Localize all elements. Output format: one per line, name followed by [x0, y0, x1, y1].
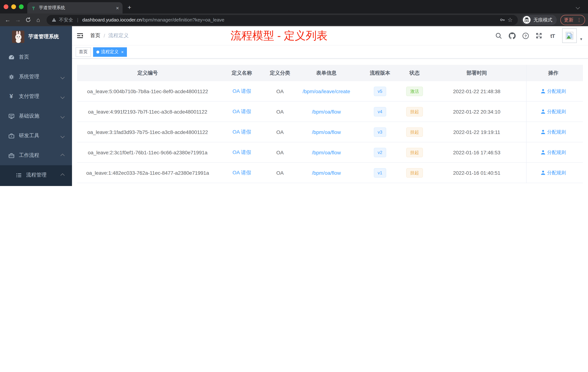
sidebar-item-devtools[interactable]: 研发工具 — [0, 126, 72, 146]
bookmark-star-icon[interactable]: ☆ — [507, 16, 513, 23]
table-row: oa_leave:5:004b710b-7b8a-11ec-8ef0-acde4… — [77, 81, 583, 101]
definition-id: oa_leave:3:1fad3d93-7b75-11ec-a3c8-acde4… — [77, 129, 218, 135]
tab-close-icon[interactable]: × — [116, 5, 119, 10]
url-text[interactable]: dashboard.yudao.iocoder.cn/bpm/manager/d… — [82, 17, 224, 22]
column-header: 状态 — [402, 70, 427, 76]
font-size-icon[interactable]: tT — [549, 32, 556, 39]
browser-tab[interactable]: 芋道管理系统 × — [27, 2, 123, 13]
address-bar[interactable]: 不安全 | dashboard.yudao.iocoder.cn/bpm/man… — [47, 15, 518, 25]
tab-search-caret-icon[interactable] — [576, 4, 580, 7]
favicon-plant-icon — [31, 5, 36, 10]
chevron-down-icon — [61, 74, 64, 80]
new-tab-button[interactable]: + — [128, 4, 131, 11]
workflow-submenu: 流程管理 流程表单 用户分组 — [0, 165, 72, 186]
chevron-down-icon — [61, 94, 64, 99]
assign-rule-link[interactable]: 分配规则 — [547, 169, 566, 176]
sidebar-item-label: 研发工具 — [19, 132, 39, 139]
sidebar-item-home[interactable]: 首页 — [0, 47, 72, 67]
assign-rule-link[interactable]: 分配规则 — [547, 108, 566, 115]
sidebar-item-workflow[interactable]: 工作流程 — [0, 146, 72, 165]
breadcrumb: 首页 / 流程定义 — [90, 26, 129, 45]
sidebar-item-system[interactable]: 系统管理 — [0, 67, 72, 87]
breadcrumb-separator: / — [104, 33, 105, 39]
row-actions: 分配规则 — [526, 142, 580, 162]
fullscreen-icon[interactable] — [536, 32, 543, 39]
sidebar-toggle-icon[interactable] — [76, 32, 84, 39]
sidebar-item-infra[interactable]: 基础设施 — [0, 106, 72, 126]
screen: 芋道管理系统 × + ← → ⌂ 不安全 | dashboard.yudao.i… — [0, 0, 588, 186]
column-header: 表单信息 — [294, 70, 358, 76]
definition-id: oa_leave:4:991f2193-7b7f-11ec-a3c8-acde4… — [77, 109, 218, 114]
definition-name-link[interactable]: OA 请假 — [232, 149, 251, 155]
search-icon[interactable] — [495, 32, 502, 39]
definition-id: oa_leave:1:482ec033-762a-11ec-8477-a2380… — [77, 170, 218, 176]
form-link[interactable]: /bpm/oa/flow — [312, 170, 341, 176]
browser-menu-kebab-icon[interactable]: ⋮ — [577, 17, 581, 22]
column-header: 部署时间 — [427, 70, 526, 76]
github-icon[interactable] — [509, 32, 516, 39]
sidebar-item-label: 系统管理 — [19, 74, 39, 80]
password-key-icon[interactable] — [499, 17, 505, 22]
sidebar-item-label: 基础设施 — [19, 113, 39, 119]
assign-rule-link[interactable]: 分配规则 — [547, 129, 566, 135]
sidebar-item-payment[interactable]: ¥ 支付管理 — [0, 87, 72, 106]
chevron-up-icon — [61, 153, 64, 158]
definition-name-link[interactable]: OA 请假 — [232, 108, 251, 114]
definition-category: OA — [265, 129, 294, 135]
sidebar-item-process-form[interactable]: 流程表单 — [0, 185, 72, 186]
back-button[interactable]: ← — [3, 15, 12, 25]
security-warning-icon — [52, 17, 56, 22]
breadcrumb-home[interactable]: 首页 — [90, 33, 100, 39]
forward-button[interactable]: → — [13, 15, 22, 25]
avatar[interactable] — [562, 28, 577, 43]
update-label[interactable]: 更新 — [564, 17, 573, 23]
sidebar-item-label: 首页 — [19, 54, 29, 60]
sidebar-logo[interactable]: 芋道管理系统 — [0, 26, 72, 46]
tag-process-definition[interactable]: 流程定义 × — [93, 47, 127, 57]
assign-user-icon — [541, 130, 545, 134]
definition-name-link[interactable]: OA 请假 — [232, 129, 251, 134]
assign-rule-link[interactable]: 分配规则 — [547, 149, 566, 156]
column-header: 定义分类 — [265, 70, 294, 76]
column-header: 流程版本 — [358, 70, 402, 76]
window-zoom-button[interactable] — [19, 4, 24, 9]
reload-button[interactable] — [23, 15, 33, 25]
incognito-icon — [523, 16, 531, 24]
definition-category: OA — [265, 170, 294, 176]
home-button[interactable]: ⌂ — [33, 15, 43, 25]
definition-name-link[interactable]: OA 请假 — [232, 88, 251, 94]
definition-name-link[interactable]: OA 请假 — [232, 169, 251, 175]
sidebar-item-label: 支付管理 — [19, 93, 39, 100]
tag-close-icon[interactable]: × — [121, 50, 124, 54]
url-host: dashboard.yudao.iocoder.cn — [82, 17, 142, 22]
tag-label: 首页 — [79, 49, 88, 55]
page-annotation: 流程模型 - 定义列表 — [231, 28, 327, 43]
app-root: 芋道管理系统 首页 系统管理 ¥ 支付管 — [0, 26, 588, 186]
status-badge: 激活 — [406, 87, 423, 96]
avatar-caret-icon[interactable]: ▾ — [580, 37, 582, 41]
chevron-down-icon — [61, 113, 64, 119]
window-controls — [4, 4, 24, 9]
app-title: 芋道管理系统 — [28, 33, 59, 40]
browser-tabstrip: 芋道管理系统 × + — [0, 0, 588, 13]
sidebar-menu: 首页 系统管理 ¥ 支付管理 — [0, 47, 72, 186]
sidebar-item-process-management[interactable]: 流程管理 — [0, 165, 72, 185]
window-close-button[interactable] — [4, 4, 8, 9]
tag-home[interactable]: 首页 — [76, 47, 91, 57]
page-content: 定义编号 定义名称 定义分类 表单信息 流程版本 状态 部署时间 操作 oa_l… — [72, 59, 588, 186]
assign-rule-link[interactable]: 分配规则 — [547, 88, 566, 94]
sidebar: 芋道管理系统 首页 系统管理 ¥ 支付管 — [0, 26, 72, 186]
app-navbar: 首页 / 流程定义 流程模型 - 定义列表 ? — [72, 26, 588, 45]
form-link[interactable]: /bpm/oa/flow — [312, 129, 341, 135]
window-minimize-button[interactable] — [11, 4, 16, 9]
version-badge: v2 — [374, 148, 386, 157]
table-row: oa_leave:3:1fad3d93-7b75-11ec-a3c8-acde4… — [77, 122, 583, 142]
form-link[interactable]: /bpm/oa/leave/create — [303, 88, 350, 94]
browser-update-button[interactable]: 更新 ⋮ — [560, 15, 585, 25]
security-label[interactable]: 不安全 — [59, 17, 73, 23]
assign-user-icon — [541, 150, 545, 155]
form-link[interactable]: /bpm/oa/flow — [312, 149, 341, 155]
status-badge: 挂起 — [406, 148, 423, 157]
help-icon[interactable]: ? — [522, 32, 529, 39]
form-link[interactable]: /bpm/oa/flow — [312, 109, 341, 114]
